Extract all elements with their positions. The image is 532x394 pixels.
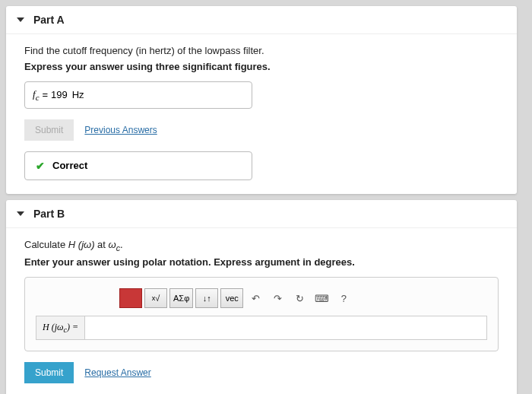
part-a-header[interactable]: Part A: [6, 6, 517, 34]
equation-editor: x√ ΑΣφ ↓↑ vec ↶ ↷ ↻ ⌨ ? H (jωc) =: [24, 277, 499, 351]
check-icon: ✔: [36, 160, 45, 172]
part-b-button-row: Submit Request Answer: [24, 362, 499, 383]
vec-tool[interactable]: vec: [220, 288, 243, 308]
part-a-button-row: Submit Previous Answers: [24, 119, 499, 141]
part-a-panel: Part A Find the cutoff frequency (in her…: [6, 6, 517, 194]
templates-tool[interactable]: [119, 288, 142, 308]
correct-feedback: ✔ Correct: [24, 151, 252, 180]
submit-button[interactable]: Submit: [24, 362, 74, 383]
subscript-tool[interactable]: ↓↑: [195, 288, 218, 308]
answer-eq: =: [42, 89, 48, 100]
answer-display: fc = 199 Hz: [24, 81, 252, 109]
greek-tool[interactable]: ΑΣφ: [169, 288, 193, 308]
answer-value: 199: [51, 89, 68, 100]
sqrt-tool[interactable]: x√: [144, 288, 167, 308]
answer-unit: Hz: [72, 89, 84, 100]
part-a-instruction: Express your answer using three signific…: [24, 61, 499, 72]
part-b-question: Calculate H (jω) at ωc.: [24, 239, 499, 253]
request-answer-link[interactable]: Request Answer: [84, 367, 150, 378]
equation-toolbar: x√ ΑΣφ ↓↑ vec ↶ ↷ ↻ ⌨ ?: [119, 288, 487, 308]
redo-icon[interactable]: ↷: [268, 288, 287, 308]
part-b-body: Calculate H (jω) at ωc. Enter your answe…: [6, 228, 517, 394]
submit-button: Submit: [24, 119, 74, 141]
help-icon[interactable]: ?: [334, 288, 353, 308]
answer-var: fc: [33, 88, 39, 102]
part-a-title: Part A: [33, 14, 65, 26]
undo-icon[interactable]: ↶: [245, 288, 265, 308]
chevron-down-icon: [17, 211, 24, 216]
chevron-down-icon: [17, 17, 24, 22]
part-a-question: Find the cutoff frequency (in hertz) of …: [24, 45, 499, 56]
equation-input-row: H (jωc) =: [36, 316, 487, 340]
part-b-header[interactable]: Part B: [6, 200, 517, 228]
previous-answers-link[interactable]: Previous Answers: [84, 125, 157, 135]
part-a-body: Find the cutoff frequency (in hertz) of …: [6, 34, 517, 194]
equation-input[interactable]: [84, 316, 487, 340]
part-b-panel: Part B Calculate H (jω) at ωc. Enter you…: [6, 200, 517, 394]
correct-label: Correct: [52, 160, 87, 171]
keyboard-icon[interactable]: ⌨: [312, 288, 331, 308]
part-b-title: Part B: [33, 208, 65, 220]
equation-label: H (jωc) =: [36, 316, 84, 340]
part-b-instruction: Enter your answer using polar notation. …: [24, 256, 499, 268]
reset-icon[interactable]: ↻: [290, 288, 309, 308]
